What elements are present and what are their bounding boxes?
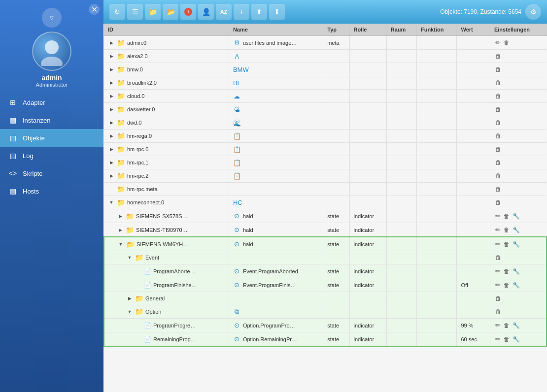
expand-button[interactable]: ▶: [108, 66, 115, 73]
delete-button[interactable]: 🗑: [494, 307, 502, 316]
expand-button[interactable]: ▶: [108, 159, 115, 166]
table-row[interactable]: ▶📁SIEMENS-TI90970…⊙haldstateindicator✏🗑🔧: [104, 223, 547, 237]
user-button[interactable]: 👤: [198, 4, 214, 20]
edit-button[interactable]: ✏: [494, 225, 502, 234]
edit-button[interactable]: ✏: [494, 239, 502, 249]
expand-button[interactable]: ▶: [108, 172, 115, 179]
settings-wrench-button[interactable]: 🔧: [512, 240, 521, 249]
az-button[interactable]: AZ: [216, 4, 232, 20]
table-row[interactable]: ▶📁SIEMENS-SX578S…⊙haldstateindicator✏🗑🔧: [104, 209, 547, 223]
list-view-button[interactable]: ☰: [127, 4, 143, 20]
expand-button[interactable]: ▼: [108, 199, 115, 206]
table-row[interactable]: ▶📁bmw.0BMW🗑: [104, 63, 547, 76]
delete-button[interactable]: 🗑: [503, 267, 511, 276]
expand-button[interactable]: ▶: [108, 119, 115, 126]
folder-button[interactable]: 📁: [145, 4, 161, 20]
table-row[interactable]: ▼📁homeconnect.0HC🗑: [104, 196, 547, 209]
download-button[interactable]: ⬇: [269, 4, 285, 20]
table-row[interactable]: ▶📁hm-rpc.2📋🗑: [104, 169, 547, 183]
delete-button[interactable]: 🗑: [503, 281, 511, 290]
badge-button[interactable]: 1: [180, 4, 196, 20]
table-row[interactable]: ▶📁broadlink2.0BL🗑: [104, 76, 547, 90]
delete-button[interactable]: 🗑: [494, 253, 502, 262]
table-row[interactable]: 📄ProgramFinishe…⊙Event.ProgramFinis…stat…: [104, 278, 547, 292]
expand-button[interactable]: ▼: [117, 241, 124, 248]
settings-wrench-button[interactable]: 🔧: [512, 335, 521, 344]
expand-button[interactable]: ▶: [117, 227, 124, 233]
edit-button[interactable]: ✏: [494, 211, 502, 221]
sidebar-item-hosts[interactable]: ▤ Hosts: [0, 182, 103, 200]
table-row[interactable]: ▶📁admin.0⚙user files and image…meta✏🗑: [104, 36, 547, 50]
folder-icon: 📁: [126, 212, 134, 220]
sidebar-item-objekte[interactable]: ▤ Objekte: [0, 129, 103, 147]
upload-button[interactable]: ⬆: [251, 4, 267, 20]
table-row[interactable]: 📁hm-rpc.meta🗑: [104, 183, 547, 196]
delete-button[interactable]: 🗑: [494, 145, 502, 154]
settings-wrench-button[interactable]: 🔧: [512, 281, 521, 290]
table-row[interactable]: ▼📁SIEMENS-WM6YH…⊙haldstateindicator✏🗑🔧: [104, 237, 547, 251]
delete-button[interactable]: 🗑: [494, 158, 502, 167]
refresh-button[interactable]: ↻: [109, 4, 125, 20]
table-row[interactable]: ▶📁dwd.0🌊🗑: [104, 116, 547, 130]
sidebar-item-skripte[interactable]: <> Skripte: [0, 164, 103, 182]
delete-button[interactable]: 🗑: [494, 92, 502, 100]
expand-button[interactable]: ▼: [126, 308, 133, 315]
settings-wrench-button[interactable]: 🔧: [512, 267, 521, 276]
table-row[interactable]: ▶📁hm-rpc.1📋🗑: [104, 156, 547, 169]
delete-button[interactable]: 🗑: [503, 240, 511, 249]
settings-wrench-button[interactable]: 🔧: [512, 321, 521, 330]
expand-button[interactable]: ▼: [126, 254, 133, 261]
delete-button[interactable]: 🗑: [503, 335, 511, 344]
delete-button[interactable]: 🗑: [494, 198, 502, 207]
expand-button[interactable]: ▶: [108, 53, 115, 60]
delete-button[interactable]: 🗑: [494, 105, 502, 114]
delete-button[interactable]: 🗑: [503, 38, 511, 47]
expand-button[interactable]: ▶: [108, 39, 115, 46]
table-row[interactable]: ▶📁General🗑: [104, 292, 547, 305]
folder-open-button[interactable]: 📂: [163, 4, 178, 20]
table-row[interactable]: ▶📁cloud.0☁🗑: [104, 90, 547, 103]
expand-button[interactable]: ▶: [126, 295, 133, 302]
table-row[interactable]: 📄ProgramProgre…⊙Option.ProgramPro…statei…: [104, 319, 547, 332]
table-row[interactable]: 📄ProgramAborte…⊙Event.ProgramAbortedstat…: [104, 264, 547, 278]
delete-button[interactable]: 🗑: [494, 52, 502, 61]
delete-button[interactable]: 🗑: [503, 212, 511, 221]
table-row[interactable]: ▶📁hm-rpc.0📋🗑: [104, 143, 547, 156]
delete-button[interactable]: 🗑: [494, 78, 502, 87]
edit-button[interactable]: ✏: [494, 38, 502, 47]
objects-table-area[interactable]: ID Name Typ Rolle Raum Funktion Wert Ein…: [103, 24, 547, 392]
expand-button[interactable]: ▶: [117, 213, 124, 220]
edit-button[interactable]: ✏: [494, 266, 502, 276]
settings-wrench-button[interactable]: 🔧: [512, 212, 521, 221]
topbar-settings-button[interactable]: ⚙: [525, 4, 541, 20]
sidebar-close-button[interactable]: ✕: [89, 4, 100, 15]
sidebar-item-instanzen[interactable]: ▤ Instanzen: [0, 111, 103, 129]
table-row[interactable]: 📄RemainingProg…⊙Option.RemainingPr…state…: [104, 332, 547, 347]
table-row[interactable]: ▶📁daswetter.0🌤🗑: [104, 103, 547, 116]
expand-button[interactable]: ▶: [108, 146, 115, 153]
row-id-text: ProgramFinishe…: [153, 282, 197, 288]
delete-button[interactable]: 🗑: [494, 118, 502, 127]
edit-button[interactable]: ✏: [494, 334, 502, 344]
delete-button[interactable]: 🗑: [503, 226, 511, 234]
edit-button[interactable]: ✏: [494, 321, 502, 330]
delete-button[interactable]: 🗑: [494, 294, 502, 303]
expand-button[interactable]: ▶: [108, 106, 115, 113]
sidebar-item-log[interactable]: ▤ Log: [0, 147, 103, 164]
table-row[interactable]: ▼📁Option⧉🗑: [104, 305, 547, 319]
delete-button[interactable]: 🗑: [494, 185, 502, 194]
delete-button[interactable]: 🗑: [494, 65, 502, 74]
settings-wrench-button[interactable]: 🔧: [512, 226, 521, 234]
edit-button[interactable]: ✏: [494, 280, 502, 290]
table-row[interactable]: ▶📁alexa2.0A🗑: [104, 50, 547, 63]
expand-button[interactable]: ▶: [108, 132, 115, 139]
table-row[interactable]: ▶📁hm-rega.0📋🗑: [104, 130, 547, 143]
table-row[interactable]: ▼📁Event🗑: [104, 251, 547, 264]
expand-button[interactable]: ▶: [108, 79, 115, 86]
expand-button[interactable]: ▶: [108, 93, 115, 99]
delete-button[interactable]: 🗑: [503, 321, 511, 330]
delete-button[interactable]: 🗑: [494, 131, 502, 140]
delete-button[interactable]: 🗑: [494, 171, 502, 180]
add-button[interactable]: +: [234, 4, 249, 20]
sidebar-item-adapter[interactable]: ⊞ Adapter: [0, 94, 103, 111]
